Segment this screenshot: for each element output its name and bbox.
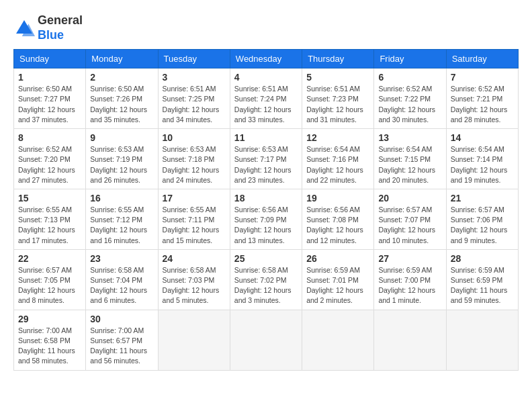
day-info: Sunrise: 6:56 AMSunset: 7:09 PMDaylight:… <box>234 205 298 246</box>
day-info: Sunrise: 6:57 AMSunset: 7:07 PMDaylight:… <box>378 205 441 246</box>
day-number: 23 <box>90 253 153 264</box>
calendar-cell: 14Sunrise: 6:54 AMSunset: 7:14 PMDayligh… <box>446 129 518 189</box>
calendar-cell: 29Sunrise: 7:00 AMSunset: 6:58 PMDayligh… <box>14 310 86 370</box>
calendar-cell: 3Sunrise: 6:51 AMSunset: 7:25 PMDaylight… <box>158 68 230 129</box>
calendar-cell: 30Sunrise: 7:00 AMSunset: 6:57 PMDayligh… <box>86 310 158 370</box>
day-number: 7 <box>451 72 514 83</box>
col-thursday: Thursday <box>302 50 374 68</box>
calendar-cell: 1Sunrise: 6:50 AMSunset: 7:27 PMDaylight… <box>14 68 86 129</box>
calendar-cell <box>302 310 374 370</box>
day-number: 9 <box>90 132 153 143</box>
day-number: 4 <box>234 72 298 83</box>
calendar-cell <box>230 310 302 370</box>
day-number: 8 <box>18 132 81 143</box>
calendar-cell: 17Sunrise: 6:55 AMSunset: 7:11 PMDayligh… <box>158 189 230 249</box>
calendar-cell: 10Sunrise: 6:53 AMSunset: 7:18 PMDayligh… <box>158 129 230 189</box>
day-number: 30 <box>90 314 153 324</box>
day-info: Sunrise: 6:54 AMSunset: 7:15 PMDaylight:… <box>378 144 441 185</box>
calendar-cell: 27Sunrise: 6:59 AMSunset: 7:00 PMDayligh… <box>374 249 446 310</box>
day-number: 18 <box>234 193 298 203</box>
day-number: 14 <box>451 132 514 143</box>
day-info: Sunrise: 6:59 AMSunset: 6:59 PMDaylight:… <box>451 265 514 306</box>
calendar-cell: 28Sunrise: 6:59 AMSunset: 6:59 PMDayligh… <box>446 249 518 310</box>
calendar-cell <box>158 310 230 370</box>
day-info: Sunrise: 6:58 AMSunset: 7:04 PMDaylight:… <box>90 265 153 306</box>
day-number: 19 <box>306 193 369 203</box>
day-number: 5 <box>306 72 369 83</box>
day-number: 1 <box>18 72 81 83</box>
day-number: 16 <box>90 193 153 203</box>
calendar-cell: 18Sunrise: 6:56 AMSunset: 7:09 PMDayligh… <box>230 189 302 249</box>
calendar-cell: 26Sunrise: 6:59 AMSunset: 7:01 PMDayligh… <box>302 249 374 310</box>
day-number: 3 <box>163 72 226 83</box>
day-info: Sunrise: 6:52 AMSunset: 7:20 PMDaylight:… <box>18 144 81 185</box>
day-info: Sunrise: 6:50 AMSunset: 7:26 PMDaylight:… <box>90 84 153 125</box>
day-number: 29 <box>18 314 81 324</box>
day-info: Sunrise: 6:52 AMSunset: 7:22 PMDaylight:… <box>378 84 441 125</box>
calendar-cell <box>446 310 518 370</box>
day-info: Sunrise: 6:51 AMSunset: 7:23 PMDaylight:… <box>306 84 369 125</box>
calendar-cell: 20Sunrise: 6:57 AMSunset: 7:07 PMDayligh… <box>374 189 446 249</box>
day-number: 6 <box>378 72 441 83</box>
day-info: Sunrise: 6:58 AMSunset: 7:03 PMDaylight:… <box>163 265 226 306</box>
col-friday: Friday <box>374 50 446 68</box>
calendar-cell: 13Sunrise: 6:54 AMSunset: 7:15 PMDayligh… <box>374 129 446 189</box>
calendar-table: Sunday Monday Tuesday Wednesday Thursday… <box>13 49 519 370</box>
day-info: Sunrise: 7:00 AMSunset: 6:57 PMDaylight:… <box>90 326 153 367</box>
day-number: 15 <box>18 193 81 203</box>
day-info: Sunrise: 6:55 AMSunset: 7:11 PMDaylight:… <box>163 205 226 246</box>
day-info: Sunrise: 6:53 AMSunset: 7:19 PMDaylight:… <box>90 144 153 185</box>
day-info: Sunrise: 6:55 AMSunset: 7:13 PMDaylight:… <box>18 205 81 246</box>
day-number: 26 <box>306 253 369 264</box>
day-number: 13 <box>378 132 441 143</box>
day-info: Sunrise: 6:57 AMSunset: 7:06 PMDaylight:… <box>451 205 514 246</box>
day-number: 22 <box>18 253 81 264</box>
logo-text: General Blue <box>38 13 83 42</box>
day-info: Sunrise: 6:56 AMSunset: 7:08 PMDaylight:… <box>306 205 369 246</box>
day-info: Sunrise: 6:53 AMSunset: 7:17 PMDaylight:… <box>234 144 298 185</box>
day-number: 28 <box>451 253 514 264</box>
calendar-cell: 25Sunrise: 6:58 AMSunset: 7:02 PMDayligh… <box>230 249 302 310</box>
calendar-cell: 5Sunrise: 6:51 AMSunset: 7:23 PMDaylight… <box>302 68 374 129</box>
col-sunday: Sunday <box>14 50 86 68</box>
col-tuesday: Tuesday <box>158 50 230 68</box>
calendar-cell: 4Sunrise: 6:51 AMSunset: 7:24 PMDaylight… <box>230 68 302 129</box>
day-info: Sunrise: 6:54 AMSunset: 7:14 PMDaylight:… <box>451 144 514 185</box>
day-info: Sunrise: 6:51 AMSunset: 7:24 PMDaylight:… <box>234 84 298 125</box>
day-info: Sunrise: 6:59 AMSunset: 7:01 PMDaylight:… <box>306 265 369 306</box>
calendar-cell: 9Sunrise: 6:53 AMSunset: 7:19 PMDaylight… <box>86 129 158 189</box>
day-info: Sunrise: 7:00 AMSunset: 6:58 PMDaylight:… <box>18 326 81 367</box>
col-monday: Monday <box>86 50 158 68</box>
day-info: Sunrise: 6:50 AMSunset: 7:27 PMDaylight:… <box>18 84 81 125</box>
calendar-cell: 19Sunrise: 6:56 AMSunset: 7:08 PMDayligh… <box>302 189 374 249</box>
day-info: Sunrise: 6:52 AMSunset: 7:21 PMDaylight:… <box>451 84 514 125</box>
day-info: Sunrise: 6:58 AMSunset: 7:02 PMDaylight:… <box>234 265 298 306</box>
calendar-cell: 8Sunrise: 6:52 AMSunset: 7:20 PMDaylight… <box>14 129 86 189</box>
day-number: 24 <box>163 253 226 264</box>
calendar-cell: 16Sunrise: 6:55 AMSunset: 7:12 PMDayligh… <box>86 189 158 249</box>
day-info: Sunrise: 6:57 AMSunset: 7:05 PMDaylight:… <box>18 265 81 306</box>
day-info: Sunrise: 6:51 AMSunset: 7:25 PMDaylight:… <box>163 84 226 125</box>
day-number: 17 <box>163 193 226 203</box>
day-number: 2 <box>90 72 153 83</box>
col-wednesday: Wednesday <box>230 50 302 68</box>
calendar-cell: 12Sunrise: 6:54 AMSunset: 7:16 PMDayligh… <box>302 129 374 189</box>
day-number: 21 <box>451 193 514 203</box>
calendar-cell: 21Sunrise: 6:57 AMSunset: 7:06 PMDayligh… <box>446 189 518 249</box>
col-saturday: Saturday <box>446 50 518 68</box>
calendar-cell: 6Sunrise: 6:52 AMSunset: 7:22 PMDaylight… <box>374 68 446 129</box>
calendar-cell: 22Sunrise: 6:57 AMSunset: 7:05 PMDayligh… <box>14 249 86 310</box>
page-header: General Blue <box>13 13 519 42</box>
day-number: 20 <box>378 193 441 203</box>
day-info: Sunrise: 6:53 AMSunset: 7:18 PMDaylight:… <box>163 144 226 185</box>
calendar-cell: 7Sunrise: 6:52 AMSunset: 7:21 PMDaylight… <box>446 68 518 129</box>
day-info: Sunrise: 6:54 AMSunset: 7:16 PMDaylight:… <box>306 144 369 185</box>
day-info: Sunrise: 6:59 AMSunset: 7:00 PMDaylight:… <box>378 265 441 306</box>
day-number: 11 <box>234 132 298 143</box>
calendar-cell <box>374 310 446 370</box>
calendar-cell: 15Sunrise: 6:55 AMSunset: 7:13 PMDayligh… <box>14 189 86 249</box>
calendar-cell: 2Sunrise: 6:50 AMSunset: 7:26 PMDaylight… <box>86 68 158 129</box>
day-number: 25 <box>234 253 298 264</box>
calendar-cell: 23Sunrise: 6:58 AMSunset: 7:04 PMDayligh… <box>86 249 158 310</box>
calendar-cell: 24Sunrise: 6:58 AMSunset: 7:03 PMDayligh… <box>158 249 230 310</box>
